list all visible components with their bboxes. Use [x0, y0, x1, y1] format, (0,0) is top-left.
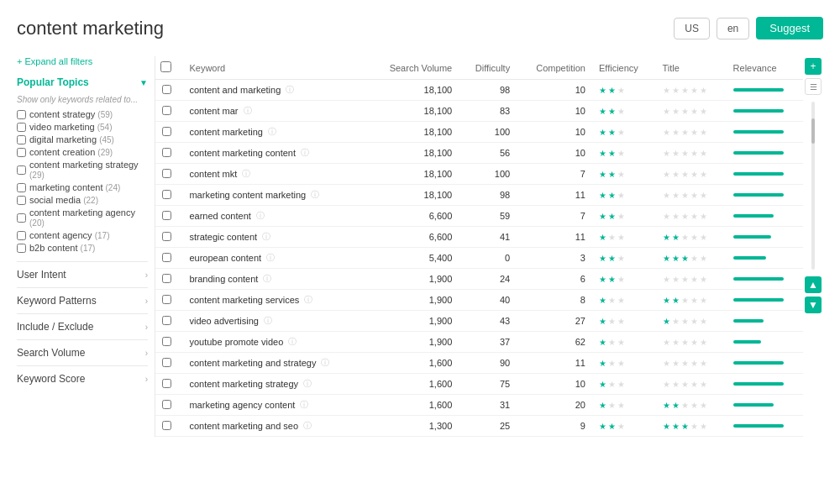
row-checkbox[interactable]: [162, 400, 171, 409]
info-icon[interactable]: ⓘ: [262, 231, 270, 243]
accordion-header[interactable]: Keyword Patterns ›: [17, 288, 148, 313]
expand-filters-link[interactable]: + Expand all filters: [17, 56, 148, 66]
topic-item[interactable]: content marketing strategy (29): [17, 160, 148, 180]
stars-cell: ★★★: [599, 170, 649, 179]
row-checkbox[interactable]: [162, 379, 171, 388]
info-icon[interactable]: ⓘ: [256, 210, 265, 222]
topic-item[interactable]: content strategy (59): [17, 109, 148, 119]
topic-checkbox[interactable]: [17, 123, 26, 132]
suggest-button[interactable]: Suggest: [756, 17, 823, 39]
stars-cell: ★★★: [599, 128, 649, 137]
topic-count: (22): [83, 196, 98, 205]
topic-checkbox[interactable]: [17, 231, 26, 240]
row-checkbox[interactable]: [162, 211, 171, 220]
topic-checkbox[interactable]: [17, 110, 26, 119]
topic-checkbox[interactable]: [17, 213, 26, 223]
accordion-header[interactable]: Keyword Score ›: [17, 366, 148, 391]
topic-label: video marketing (54): [29, 122, 113, 132]
info-icon[interactable]: ⓘ: [266, 252, 275, 264]
topic-checkbox[interactable]: [17, 244, 26, 253]
accordion-header[interactable]: User Intent ›: [17, 262, 148, 287]
info-icon[interactable]: ⓘ: [311, 189, 319, 201]
accordion-header[interactable]: Search Volume ›: [17, 340, 148, 365]
row-checkbox[interactable]: [162, 253, 171, 262]
topic-item[interactable]: b2b content (17): [17, 243, 148, 253]
locale-lang-button[interactable]: en: [717, 18, 749, 39]
stars-cell: ★★★★★: [663, 128, 720, 137]
topic-item[interactable]: marketing content (24): [17, 182, 148, 192]
topic-item[interactable]: digital marketing (45): [17, 134, 148, 144]
topic-checkbox[interactable]: [17, 165, 26, 175]
relevance-bar: [733, 340, 761, 344]
info-icon[interactable]: ⓘ: [321, 357, 329, 369]
accordion-header[interactable]: Include / Exclude ›: [17, 314, 148, 339]
relevance-cell: [727, 416, 803, 437]
topic-item[interactable]: content creation (29): [17, 147, 148, 157]
row-checkbox[interactable]: [162, 232, 171, 241]
relevance-bar: [733, 130, 784, 134]
keyword-cell: content mar ⓘ: [182, 101, 367, 122]
row-checkbox[interactable]: [162, 337, 171, 346]
scroll-down-button[interactable]: ▼: [805, 297, 822, 313]
star-empty: ★: [690, 296, 699, 305]
add-column-button[interactable]: +: [805, 58, 822, 75]
efficiency-cell: ★★★: [592, 164, 656, 185]
row-checkbox[interactable]: [162, 274, 171, 283]
select-all-checkbox[interactable]: [160, 61, 171, 72]
star-empty: ★: [663, 170, 671, 179]
topic-item[interactable]: content agency (17): [17, 230, 148, 240]
info-icon[interactable]: ⓘ: [304, 294, 312, 306]
row-checkbox[interactable]: [162, 106, 171, 115]
row-checkbox[interactable]: [162, 358, 171, 367]
th-title: Title: [656, 56, 727, 80]
topic-checkbox[interactable]: [17, 148, 26, 157]
topic-count: (24): [106, 183, 121, 192]
relevance-cell: [727, 101, 803, 122]
stars-cell: ★★★: [599, 191, 649, 200]
stars-cell: ★★★: [599, 380, 649, 389]
info-icon[interactable]: ⓘ: [303, 378, 312, 390]
row-checkbox[interactable]: [162, 85, 171, 94]
star-empty: ★: [663, 86, 671, 95]
star-filled: ★: [599, 275, 607, 284]
row-checkbox[interactable]: [162, 148, 171, 157]
relevance-bar: [733, 403, 774, 407]
info-icon[interactable]: ⓘ: [303, 420, 312, 432]
star-empty: ★: [617, 380, 626, 389]
popular-topics-chevron[interactable]: ▼: [139, 78, 148, 87]
info-icon[interactable]: ⓘ: [264, 315, 272, 327]
row-checkbox-cell: [155, 395, 182, 416]
locale-country-button[interactable]: US: [674, 18, 710, 39]
row-checkbox[interactable]: [162, 127, 171, 136]
accordion-item: Include / Exclude ›: [17, 313, 148, 339]
topic-checkbox[interactable]: [17, 196, 26, 205]
info-icon[interactable]: ⓘ: [300, 399, 308, 411]
topic-item[interactable]: content marketing agency (20): [17, 207, 148, 228]
info-icon[interactable]: ⓘ: [288, 336, 297, 348]
relevance-bar: [733, 361, 784, 365]
stars-cell: ★★★★★: [663, 401, 720, 410]
star-empty: ★: [690, 86, 699, 95]
info-icon[interactable]: ⓘ: [301, 147, 309, 159]
info-icon[interactable]: ⓘ: [244, 105, 252, 117]
topic-item[interactable]: social media (22): [17, 195, 148, 205]
scroll-up-button[interactable]: ▲: [805, 276, 822, 293]
efficiency-cell: ★★★: [592, 143, 656, 164]
topic-checkbox[interactable]: [17, 135, 26, 144]
row-checkbox[interactable]: [162, 421, 171, 430]
info-icon[interactable]: ⓘ: [286, 84, 294, 96]
th-efficiency: Efficiency: [592, 56, 656, 80]
star-empty: ★: [681, 401, 690, 410]
topic-item[interactable]: video marketing (54): [17, 122, 148, 132]
info-icon[interactable]: ⓘ: [242, 168, 250, 180]
info-icon[interactable]: ⓘ: [268, 126, 276, 138]
info-icon[interactable]: ⓘ: [263, 273, 271, 285]
row-checkbox[interactable]: [162, 190, 171, 199]
row-checkbox[interactable]: [162, 316, 171, 325]
star-filled: ★: [608, 170, 617, 179]
settings-column-button[interactable]: ☰: [805, 78, 822, 95]
topic-checkbox[interactable]: [17, 183, 26, 192]
keyword-cell: content marketing and strategy ⓘ: [182, 353, 367, 374]
row-checkbox[interactable]: [162, 295, 171, 304]
row-checkbox[interactable]: [162, 169, 171, 178]
